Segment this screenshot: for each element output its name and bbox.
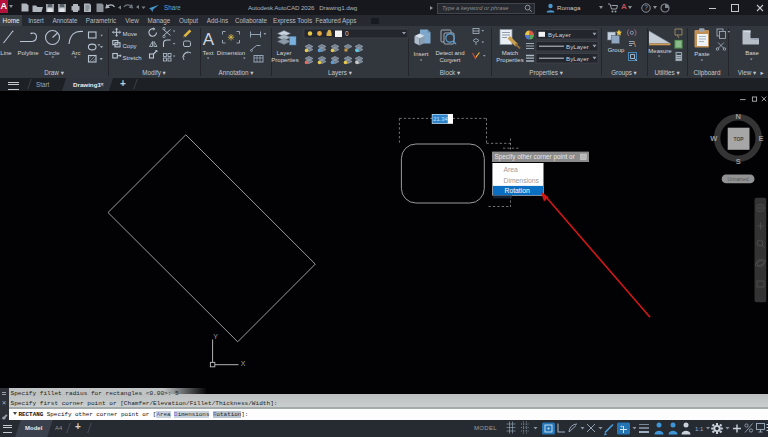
svg-text:S: S [736, 157, 741, 166]
svg-text:Rotation: Rotation [505, 187, 531, 194]
svg-text:Specify other corner point or: Specify other corner point or [495, 153, 576, 161]
svg-text:21.34: 21.34 [433, 116, 448, 122]
svg-text:?: ? [644, 4, 648, 11]
svg-text:X: X [241, 360, 246, 367]
svg-text:ByLayer: ByLayer [566, 43, 589, 50]
svg-text:A: A [203, 30, 215, 49]
svg-text:1:1: 1:1 [695, 426, 704, 432]
svg-text:Unnamed: Unnamed [728, 177, 749, 182]
svg-text:Y: Y [213, 333, 218, 340]
svg-text:W: W [710, 134, 718, 143]
svg-text:+: + [620, 423, 623, 429]
svg-text:Dimensions: Dimensions [504, 177, 540, 184]
svg-text:Area: Area [504, 166, 519, 173]
svg-text:TOP: TOP [733, 136, 744, 142]
svg-text:N: N [735, 112, 740, 121]
svg-text:E: E [758, 134, 763, 143]
svg-text:ByLayer: ByLayer [548, 31, 571, 38]
svg-text:ByLayer: ByLayer [566, 55, 589, 62]
svg-text:0: 0 [345, 30, 349, 37]
